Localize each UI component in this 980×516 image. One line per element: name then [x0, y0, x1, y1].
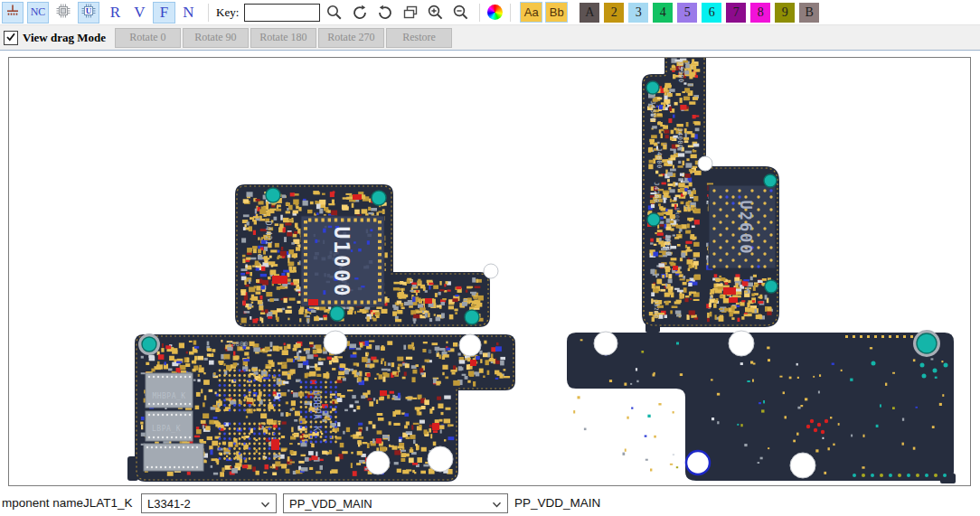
view-drag-checkbox[interactable]	[4, 31, 18, 45]
board-top-right: J3900J4500J4000J4600J4200B400J4530J3200U…	[644, 58, 777, 333]
chevron-down-icon	[260, 497, 270, 511]
board-top-middle-label-U1000: U1000	[330, 226, 353, 297]
nc-label: NC	[31, 5, 46, 19]
rotate-buttons: Rotate 0Rotate 90Rotate 180Rotate 270Res…	[115, 28, 452, 48]
component-select-value: L3341-2	[147, 497, 191, 511]
chip-icon	[55, 3, 71, 23]
palette-row: A23456789B	[580, 3, 819, 23]
board-bottom-left-label-UBBPA_K: UBBPA_K	[311, 390, 322, 432]
button-restore[interactable]: Restore	[386, 28, 452, 48]
cascade-windows-icon[interactable]	[400, 2, 421, 23]
board-top-right-label-J4530: J4530	[664, 234, 672, 256]
palette-square-3[interactable]: 3	[628, 3, 648, 23]
board-top-right-label-U2600: U2600	[737, 200, 755, 255]
board-top-right-label-J3900: J3900	[677, 61, 684, 83]
color-wheel-icon[interactable]	[487, 5, 503, 20]
palette-square-8[interactable]: 8	[750, 3, 770, 23]
key-input[interactable]	[244, 4, 320, 22]
board-bottom-right	[567, 330, 956, 483]
palette-square-5[interactable]: 5	[677, 3, 697, 23]
net-select[interactable]: PP_VDD_MAIN	[283, 493, 508, 513]
board-bottom-left-label-LBPA_K: LBPA_K	[152, 425, 181, 433]
font-color-button-Bb[interactable]: Bb	[545, 2, 568, 23]
button-rotate-180[interactable]: Rotate 180	[250, 28, 316, 48]
font-color-buttons: AaBb	[520, 2, 568, 23]
rotate-ccw-icon[interactable]	[374, 2, 396, 23]
button-rotate-270[interactable]: Rotate 270	[318, 28, 384, 48]
board-top-right-label-J3200: J3200	[654, 300, 660, 319]
ground-button[interactable]	[2, 2, 24, 23]
component-select[interactable]: L3341-2	[141, 493, 277, 513]
letter-button-F[interactable]: F	[153, 2, 175, 23]
button-rotate-0[interactable]: Rotate 0	[115, 28, 181, 48]
board-bottom-left-label-B R K: B R K	[429, 348, 448, 354]
palette-square-4[interactable]: 4	[653, 3, 673, 23]
palette-square-6[interactable]: 6	[702, 3, 721, 23]
board-top-right-label-J4000: J4000	[676, 127, 683, 149]
zoom-out-icon[interactable]	[450, 2, 472, 23]
font-color-button-Aa[interactable]: Aa	[520, 2, 542, 23]
toolbar-separator	[510, 4, 511, 22]
main-toolbar: NC U RVFN Key: AaBb A23456789B	[0, 0, 980, 25]
palette-square-B[interactable]: B	[799, 3, 819, 23]
component-name-label: mponent nameJLAT1_K	[2, 496, 133, 510]
board-bottom-left: J5800MHBPA_KLBPA_KUBBPA_KB R K	[127, 331, 514, 481]
svg-text:U: U	[86, 6, 92, 15]
chip-u-icon: U	[80, 3, 97, 23]
board-bottom-left-label-J5800: J5800	[227, 341, 249, 348]
rotate-cw-icon[interactable]	[349, 2, 371, 23]
board-top-right-label-J4600: J4600	[655, 147, 663, 169]
chevron-down-icon	[492, 497, 502, 511]
check-icon	[5, 30, 16, 46]
net-select-value: PP_VDD_MAIN	[289, 497, 372, 511]
ground-icon	[5, 3, 21, 23]
key-label: Key:	[216, 5, 239, 20]
chip-u-button[interactable]: U	[78, 2, 99, 23]
search-icon[interactable]	[324, 2, 345, 23]
pcb-canvas[interactable]: U1000D4421J5800MHBPA_KLBPA_KUBBPA_KB R K…	[8, 57, 971, 486]
board-top-right-label-J4500: J4500	[649, 100, 656, 122]
letter-buttons: RVFN	[103, 2, 201, 23]
button-rotate-90[interactable]: Rotate 90	[183, 28, 249, 48]
toolbar-separator	[208, 4, 209, 22]
board-bottom-left-label-MHBPA_K: MHBPA_K	[152, 392, 185, 400]
pcb-drawing: U1000D4421J5800MHBPA_KLBPA_KUBBPA_KB R K…	[9, 58, 970, 485]
palette-square-9[interactable]: 9	[775, 3, 795, 23]
palette-square-2[interactable]: 2	[604, 3, 624, 23]
palette-square-A[interactable]: A	[580, 3, 599, 23]
view-drag-label: View drag Mode	[23, 31, 106, 45]
toolbar-separator	[479, 4, 480, 22]
board-top-right-label-B400: B400	[674, 208, 681, 222]
board-top-right-label-J4200: J4200	[653, 182, 660, 203]
nc-button[interactable]: NC	[27, 2, 49, 23]
letter-button-R[interactable]: R	[104, 2, 127, 23]
secondary-toolbar: View drag Mode Rotate 0Rotate 90Rotate 1…	[0, 25, 980, 51]
palette-square-7[interactable]: 7	[726, 3, 746, 23]
board-top-middle-label-D4421: D4421	[264, 221, 272, 246]
net-name-label: PP_VDD_MAIN	[514, 496, 600, 510]
board-top-middle: U1000D4421	[237, 186, 498, 325]
letter-button-V[interactable]: V	[128, 2, 151, 23]
letter-button-N[interactable]: N	[177, 2, 200, 23]
chip-button[interactable]	[52, 2, 74, 23]
zoom-in-icon[interactable]	[425, 2, 447, 23]
